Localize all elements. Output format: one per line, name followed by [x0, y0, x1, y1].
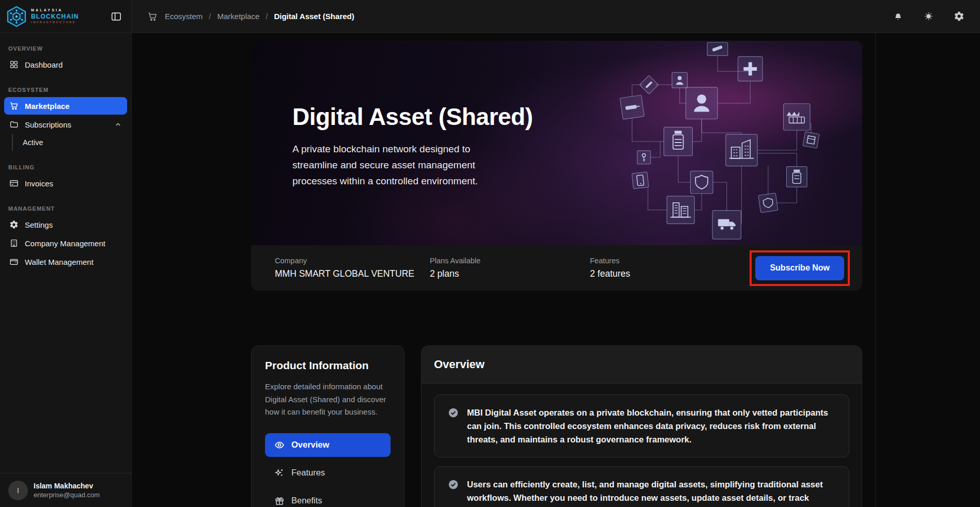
tab-label: Benefits: [291, 496, 322, 505]
breadcrumb-separator: /: [209, 12, 211, 21]
overview-panel-body: MBI Digital Asset operates on a private …: [422, 384, 862, 507]
product-information-panel: Product Information Explore detailed inf…: [251, 345, 405, 507]
nav-section-overview: OVERVIEW Dashboard: [0, 45, 131, 73]
gear-icon: [954, 11, 965, 22]
cta-wrap: Subscribe Now: [755, 256, 844, 280]
sidebar-collapse-button[interactable]: [108, 9, 124, 24]
stat-label: Company: [275, 257, 430, 265]
nav-section-ecosystem: ECOSYSTEM Marketplace: [0, 87, 131, 151]
user-meta: Islam Makhachev enterprise@quad.com: [34, 482, 100, 499]
credit-card-icon: [9, 179, 19, 188]
sidebar-item-settings[interactable]: Settings: [4, 216, 127, 233]
gear-icon: [9, 220, 19, 229]
page-title: Digital Asset (Shared): [292, 103, 535, 131]
sidebar-item-label: Company Management: [25, 239, 105, 248]
avatar: I: [8, 481, 28, 500]
brand-logo: MALAYSIA BLOCKCHAIN INFRASTRUCTURE: [6, 6, 79, 27]
settings-button[interactable]: [952, 9, 967, 24]
app-root: MALAYSIA BLOCKCHAIN INFRASTRUCTURE OVERV…: [0, 0, 980, 507]
cart-icon: [147, 11, 158, 22]
stat-plans: Plans Available 2 plans: [430, 257, 590, 279]
brand-line-malaysia: MALAYSIA: [31, 8, 79, 13]
sidebar-item-dashboard[interactable]: Dashboard: [4, 56, 127, 73]
tab-label: Overview: [291, 440, 329, 450]
overview-list-item: MBI Digital Asset operates on a private …: [434, 394, 849, 457]
nav-section-management: MANAGEMENT Settings: [0, 205, 131, 271]
product-info-title: Product Information: [265, 359, 391, 372]
sidebar-header: MALAYSIA BLOCKCHAIN INFRASTRUCTURE: [0, 0, 131, 33]
sun-icon: [923, 11, 934, 22]
chevron-up-icon: [114, 121, 122, 129]
subscribe-now-button[interactable]: Subscribe Now: [755, 256, 844, 280]
nav-section-billing: BILLING Invoices: [0, 164, 131, 192]
hero-stats-bar: Company MMH SMART GLOBAL VENTURE Plans A…: [251, 245, 862, 291]
sidebar-item-label: Subscriptions: [25, 120, 71, 129]
overview-item-text: MBI Digital Asset operates on a private …: [467, 406, 835, 446]
sidebar-subitem-active[interactable]: Active: [12, 134, 127, 151]
product-info-tabs: Overview Features: [265, 433, 391, 507]
sidebar-item-wallet-management[interactable]: Wallet Management: [4, 253, 127, 271]
shopping-cart-icon: [9, 101, 19, 110]
product-info-description: Explore detailed information about Digit…: [265, 381, 391, 419]
brand-line-infrastructure: INFRASTRUCTURE: [31, 21, 79, 24]
overview-list-item: Users can efficiently create, list, and …: [434, 466, 849, 507]
tab-label: Features: [291, 468, 325, 478]
eye-icon: [274, 440, 285, 450]
stat-label: Features: [590, 257, 719, 265]
header-actions: [891, 9, 967, 24]
breadcrumb-separator: /: [266, 12, 268, 21]
hero-banner: Digital Asset (Shared) A private blockch…: [251, 41, 862, 245]
nav-section-label: MANAGEMENT: [8, 205, 123, 212]
hero-card: Digital Asset (Shared) A private blockch…: [251, 41, 862, 291]
building-icon: [9, 239, 19, 248]
sparkles-icon: [274, 468, 285, 478]
user-email: enterprise@quad.com: [34, 491, 100, 499]
sidebar-item-label: Dashboard: [25, 60, 63, 69]
overview-panel: Overview MBI Digital Asset operates on a…: [421, 345, 862, 507]
tab-overview[interactable]: Overview: [265, 433, 391, 457]
theme-toggle-button[interactable]: [921, 9, 936, 24]
bell-icon: [893, 11, 904, 22]
overview-title: Overview: [434, 358, 485, 371]
sidebar-item-marketplace[interactable]: Marketplace: [4, 97, 127, 115]
brand-wordmark: MALAYSIA BLOCKCHAIN INFRASTRUCTURE: [31, 8, 79, 24]
check-circle-icon: [448, 479, 459, 507]
breadcrumb: Ecosystem / Marketplace / Digital Asset …: [147, 11, 354, 22]
folder-icon: [9, 120, 19, 129]
stat-label: Plans Available: [430, 257, 590, 265]
gift-icon: [274, 496, 285, 506]
nav-section-label: ECOSYSTEM: [8, 87, 123, 93]
stat-value: 2 features: [590, 268, 719, 279]
notifications-button[interactable]: [891, 9, 906, 24]
detail-section: Product Information Explore detailed inf…: [251, 345, 862, 507]
nav-section-label: OVERVIEW: [8, 45, 123, 52]
user-name: Islam Makhachev: [34, 482, 100, 490]
sidebar-item-invoices[interactable]: Invoices: [4, 175, 127, 192]
tab-benefits[interactable]: Benefits: [265, 489, 391, 507]
sidebar-item-company-management[interactable]: Company Management: [4, 234, 127, 252]
hero-description: A private blockchain network designed to…: [292, 141, 509, 189]
stat-features: Features 2 features: [590, 257, 719, 279]
stat-value: 2 plans: [430, 268, 590, 279]
tab-features[interactable]: Features: [265, 461, 391, 485]
nav-section-label: BILLING: [8, 164, 123, 170]
sidebar-item-label: Settings: [25, 220, 53, 229]
check-circle-icon: [448, 407, 459, 446]
sidebar-item-label: Invoices: [25, 179, 53, 188]
sidebar-nav: OVERVIEW Dashboard ECOSYSTEM: [0, 33, 131, 271]
sidebar: MALAYSIA BLOCKCHAIN INFRASTRUCTURE OVERV…: [0, 0, 132, 507]
stat-company: Company MMH SMART GLOBAL VENTURE: [275, 257, 430, 279]
blockchain-network-illustration: [567, 41, 856, 245]
sidebar-item-label: Wallet Management: [25, 258, 94, 266]
brand-line-blockchain: BLOCKCHAIN: [31, 13, 79, 21]
top-header: Ecosystem / Marketplace / Digital Asset …: [132, 0, 980, 33]
dashboard-grid-icon: [9, 60, 19, 69]
main-content: Digital Asset (Shared) A private blockch…: [132, 33, 980, 507]
breadcrumb-ecosystem[interactable]: Ecosystem: [165, 12, 203, 21]
overview-panel-header: Overview: [422, 346, 862, 384]
overview-item-text: Users can efficiently create, list, and …: [467, 478, 835, 507]
sidebar-item-subscriptions[interactable]: Subscriptions: [4, 116, 127, 133]
breadcrumb-current: Digital Asset (Shared): [274, 12, 354, 21]
user-profile[interactable]: I Islam Makhachev enterprise@quad.com: [0, 473, 131, 507]
breadcrumb-marketplace[interactable]: Marketplace: [217, 12, 260, 21]
